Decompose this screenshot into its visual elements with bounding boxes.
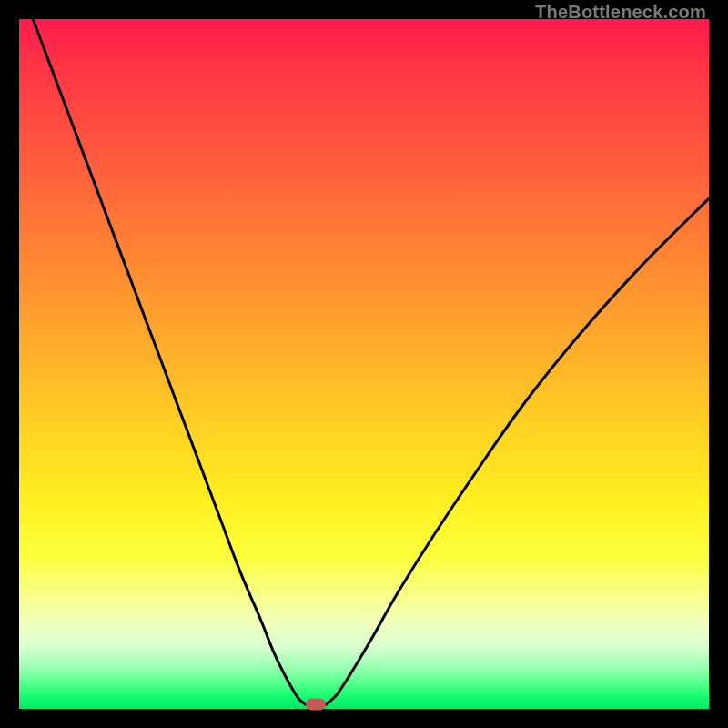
bottleneck-curve bbox=[33, 19, 709, 705]
curve-overlay bbox=[19, 19, 709, 709]
watermark-text: TheBottleneck.com bbox=[535, 2, 706, 23]
outer-frame: TheBottleneck.com bbox=[0, 0, 728, 728]
minimum-marker bbox=[306, 699, 326, 711]
